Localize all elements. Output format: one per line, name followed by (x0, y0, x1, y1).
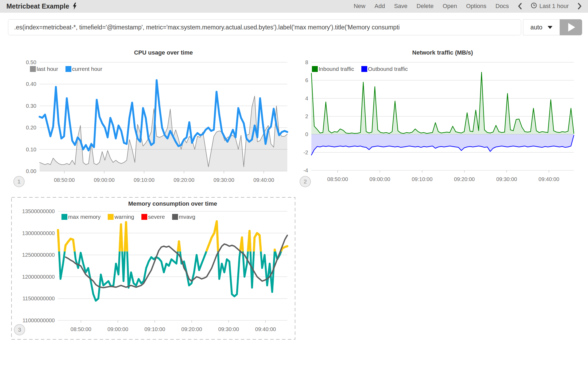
legend-item-last-hour: last hour (30, 66, 58, 72)
y-tick-label: 6 (305, 77, 308, 83)
time-picker[interactable]: Last 1 hour (531, 2, 569, 10)
legend-label: Outbound traffic (368, 66, 408, 72)
legend-swatch (172, 214, 178, 220)
legend-label: warning (114, 214, 134, 220)
x-tick-label: 08:50:00 (327, 176, 348, 182)
x-tick-label: 09:20:00 (454, 176, 475, 182)
x-tick-label: 09:30:00 (496, 176, 517, 182)
y-tick-label: 0.10 (26, 147, 36, 152)
y-tick-label: -2 (303, 149, 308, 155)
panel-number-badge: 2 (300, 176, 311, 187)
legend-swatch (108, 214, 114, 220)
y-tick-label: 0.20 (26, 125, 36, 131)
clock-icon (531, 2, 537, 10)
top-menu: New Add Save Delete Open Options Docs La… (354, 2, 582, 10)
menu-delete[interactable]: Delete (417, 3, 434, 10)
x-tick-label: 09:40:00 (255, 326, 276, 332)
chart-title: CPU usage over time (40, 49, 287, 56)
x-tick-label: 09:40:00 (253, 177, 274, 183)
y-tick-label: 8 (305, 59, 308, 65)
memory-chart-panel[interactable]: 1100000000011500000000120000000001250000… (11, 197, 295, 340)
sheet-title: Metricbeat Example (6, 2, 69, 10)
menu-add[interactable]: Add (374, 3, 385, 10)
legend-item-severe: severe (141, 214, 165, 220)
legend-item-inbound-traffic: Inbound traffic (312, 66, 354, 72)
legend-swatch (141, 214, 147, 220)
y-tick-label: 11500000000 (22, 296, 55, 301)
x-tick-label: 09:10:00 (144, 326, 165, 332)
y-tick-label: 4 (305, 95, 308, 101)
x-tick-label: 09:30:00 (218, 326, 239, 332)
x-tick-label: 09:00:00 (107, 326, 128, 332)
panel-number-badge: 3 (14, 324, 25, 335)
overlay-warning (58, 221, 287, 251)
legend-swatch (361, 66, 367, 72)
area-outbound-traffic (311, 134, 574, 155)
legend-swatch (30, 66, 36, 72)
x-tick-label: 09:10:00 (412, 176, 432, 182)
chevron-down-icon (548, 26, 552, 29)
lightning-bolt-icon (72, 3, 77, 10)
legend-swatch (61, 214, 67, 220)
y-tick-label: 0.30 (26, 103, 36, 109)
query-bar: auto (8, 19, 582, 35)
legend-item-max-memory: max memory (61, 214, 100, 220)
menu-save[interactable]: Save (394, 3, 407, 10)
network-chart-panel[interactable]: -4-20246808:50:0009:00:0009:10:0009:20:0… (298, 44, 587, 190)
timelion-expression-input[interactable] (8, 19, 521, 35)
top-bar: Metricbeat Example New Add Save Delete O… (0, 0, 588, 13)
y-tick-label: 11000000000 (22, 317, 55, 323)
legend-label: current hour (72, 66, 102, 72)
chart-legend: last hourcurrent hour (30, 66, 102, 72)
legend-label: Inbound traffic (319, 66, 354, 72)
legend-item-current-hour: current hour (65, 66, 102, 72)
time-range-label: Last 1 hour (539, 3, 569, 10)
menu-docs[interactable]: Docs (496, 3, 509, 10)
chart-title: Network traffic (MB/s) (311, 49, 574, 56)
x-tick-label: 09:10:00 (134, 177, 154, 183)
y-tick-label: 13500000000 (22, 208, 55, 214)
y-tick-label: 12500000000 (22, 252, 55, 258)
play-icon (568, 23, 575, 32)
x-tick-label: 09:40:00 (539, 176, 559, 182)
y-tick-label: -4 (303, 167, 308, 173)
y-tick-label: 0 (305, 131, 308, 137)
x-tick-label: 09:30:00 (214, 177, 234, 183)
legend-label: mvavg (179, 214, 195, 220)
legend-label: severe (148, 214, 165, 220)
legend-item-outbound-traffic: Outbound traffic (361, 66, 408, 72)
x-tick-label: 09:00:00 (94, 177, 115, 183)
y-tick-label: 12000000000 (22, 274, 55, 280)
x-tick-label: 09:20:00 (173, 177, 194, 183)
chevron-left-icon[interactable] (518, 3, 522, 9)
panel-number-badge: 1 (13, 176, 25, 187)
y-tick-label: 0.00 (26, 168, 36, 174)
x-tick-label: 09:20:00 (181, 326, 202, 332)
legend-swatch (65, 66, 71, 72)
y-tick-label: 0.40 (26, 81, 36, 87)
legend-label: last hour (37, 66, 58, 72)
chart-legend: Inbound trafficOutbound traffic (312, 66, 408, 72)
chevron-right-icon[interactable] (578, 3, 582, 9)
legend-item-warning: warning (108, 214, 134, 220)
menu-new[interactable]: New (354, 3, 365, 10)
interval-value: auto (531, 24, 543, 31)
timelion-app: Metricbeat Example New Add Save Delete O… (0, 0, 588, 376)
legend-label: max memory (68, 214, 100, 220)
x-tick-label: 08:50:00 (71, 326, 91, 332)
cpu-chart-panel[interactable]: 0.000.100.200.300.400.5008:50:0009:00:00… (8, 44, 289, 190)
y-tick-label: 2 (305, 113, 308, 119)
chart-legend: max memorywarningseveremvavg (61, 214, 195, 220)
y-tick-label: 13000000000 (22, 230, 55, 236)
menu-options[interactable]: Options (466, 3, 486, 10)
y-tick-label: 0.50 (26, 59, 36, 65)
menu-open[interactable]: Open (443, 3, 457, 10)
run-button[interactable] (560, 19, 582, 35)
legend-item-mvavg: mvavg (172, 214, 195, 220)
x-tick-label: 09:00:00 (369, 176, 390, 182)
chart-title: Memory consumption over time (58, 200, 287, 207)
x-tick-label: 08:50:00 (54, 177, 75, 183)
interval-select[interactable]: auto (523, 19, 560, 35)
area-inbound-traffic (311, 72, 574, 134)
legend-swatch (312, 66, 318, 72)
